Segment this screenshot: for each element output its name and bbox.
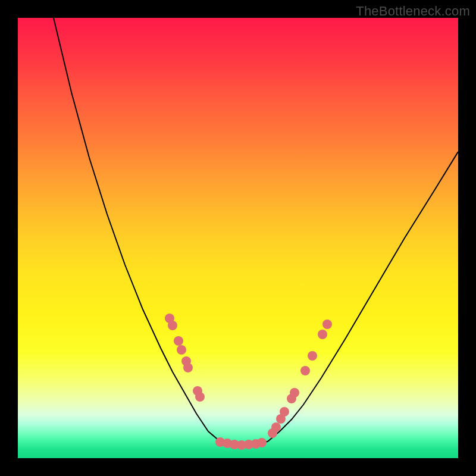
left-curve-path: [54, 18, 220, 441]
marker-dot: [318, 330, 327, 339]
chart-svg: [18, 18, 458, 458]
marker-group: [165, 314, 332, 450]
right-curve-path: [268, 152, 458, 441]
marker-dot: [257, 438, 267, 447]
marker-dot: [183, 363, 193, 372]
marker-dot: [174, 336, 183, 346]
marker-dot: [322, 320, 332, 329]
marker-dot: [195, 392, 205, 402]
marker-dot: [271, 422, 281, 432]
marker-dot: [280, 407, 289, 416]
marker-dot: [290, 388, 299, 397]
marker-dot: [168, 321, 177, 330]
marker-dot: [308, 351, 317, 361]
marker-dot: [300, 366, 310, 375]
marker-dot: [177, 345, 186, 355]
chart-frame: [18, 18, 458, 458]
attribution-text: TheBottleneck.com: [356, 4, 470, 19]
